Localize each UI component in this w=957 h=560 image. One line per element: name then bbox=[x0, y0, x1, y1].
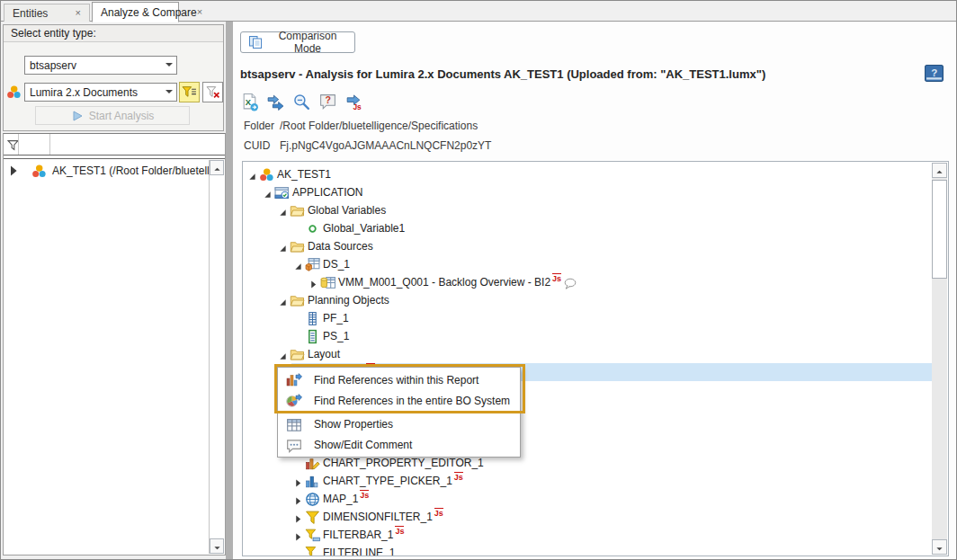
expander-spacer bbox=[291, 309, 305, 327]
folder-value: /Root Folder/bluetelligence/Specificatio… bbox=[280, 120, 478, 132]
comparison-mode-button[interactable]: Comparison Mode bbox=[240, 31, 355, 53]
analysis-panel: Comparison Mode btsapserv - Analysis for… bbox=[233, 22, 956, 559]
tab-entities[interactable]: Entities × bbox=[4, 4, 90, 22]
chevron-down-icon bbox=[165, 90, 173, 97]
tree-row-label: Global Variables bbox=[308, 204, 386, 217]
chart-picker-icon bbox=[305, 474, 320, 488]
close-icon[interactable]: × bbox=[76, 8, 81, 18]
expander-icon[interactable] bbox=[276, 345, 290, 363]
map-icon bbox=[305, 492, 320, 506]
tree-row[interactable]: DS_1 bbox=[243, 255, 932, 273]
tree-row-label: CHART_TYPE_PICKER_1 bbox=[323, 475, 452, 487]
folder-icon bbox=[290, 239, 305, 253]
tab-analyze-compare-label: Analyze & Compare bbox=[101, 6, 197, 19]
tree-row[interactable]: FILTERLINE_1 bbox=[243, 544, 932, 556]
tree-scrollbar[interactable] bbox=[932, 163, 947, 555]
entity-list-row-label: AK_TEST1 (/Root Folder/bluetelligenc bbox=[52, 164, 209, 177]
expander-spacer bbox=[291, 544, 305, 556]
scroll-down-button[interactable] bbox=[210, 538, 224, 554]
variable-icon bbox=[305, 221, 320, 236]
help-icon[interactable]: ? bbox=[925, 64, 944, 83]
analysis-toolbar: X?Js bbox=[240, 93, 363, 111]
chart-editor-icon bbox=[305, 456, 320, 470]
menu-item-find-references-bo-system[interactable]: Find References in the entire BO System bbox=[278, 390, 520, 411]
tree-row[interactable]: FILTERBAR_1Js bbox=[243, 526, 932, 544]
svg-text:?: ? bbox=[931, 67, 937, 78]
tree-row-label: Global_Variable1 bbox=[323, 222, 405, 235]
app-window: Entities × Analyze & Compare × Select en… bbox=[0, 0, 957, 560]
entity-list-scrollbar[interactable] bbox=[209, 160, 224, 554]
tree-row[interactable]: AK_TEST1 bbox=[243, 165, 932, 183]
expander-icon[interactable] bbox=[276, 291, 290, 309]
tree-row[interactable]: PF_1 bbox=[243, 309, 932, 327]
lumira-icon bbox=[6, 84, 22, 100]
comment-bubble-icon[interactable] bbox=[564, 278, 577, 289]
arrow-up-icon bbox=[213, 164, 221, 172]
tree-row[interactable]: MAP_1Js bbox=[243, 490, 932, 508]
menu-item-find-references-report[interactable]: Find References within this Report bbox=[278, 369, 520, 390]
tree-row[interactable]: APPLICATION bbox=[243, 183, 932, 201]
tree-row[interactable]: PS_1 bbox=[243, 327, 932, 345]
cuid-label: CUID bbox=[244, 139, 280, 152]
tree-row-label: AK_TEST1 bbox=[277, 168, 331, 181]
comment-help-icon[interactable]: ? bbox=[318, 93, 337, 111]
find-system-icon bbox=[286, 394, 302, 408]
close-icon[interactable]: × bbox=[197, 7, 202, 17]
expander-icon[interactable] bbox=[261, 183, 274, 201]
tree-row[interactable]: CHART_TYPE_PICKER_1Js bbox=[243, 472, 932, 490]
expander-spacer bbox=[291, 219, 305, 237]
expander-icon[interactable] bbox=[276, 237, 290, 255]
tree-row-label: MAP_1 bbox=[323, 493, 358, 505]
system-select-value: btsapserv bbox=[30, 59, 76, 72]
folder-icon bbox=[290, 203, 305, 218]
search-references-icon[interactable] bbox=[292, 93, 311, 111]
export-references-icon[interactable] bbox=[266, 93, 285, 111]
start-analysis-button[interactable]: Start Analysis bbox=[35, 106, 190, 125]
tree-row[interactable]: Planning Objects bbox=[243, 291, 932, 309]
panel-splitter[interactable] bbox=[226, 22, 233, 559]
tree-row[interactable]: VMM_M001_Q001 - Backlog Overview - BI2Js bbox=[243, 273, 932, 291]
expander-icon[interactable] bbox=[291, 508, 305, 526]
expander-icon[interactable] bbox=[291, 472, 305, 490]
tree-row[interactable]: Data Sources bbox=[243, 237, 932, 255]
menu-item-show-properties[interactable]: Show Properties bbox=[278, 413, 520, 434]
tree-row[interactable]: Layout bbox=[243, 345, 932, 363]
tab-analyze-compare[interactable]: Analyze & Compare × bbox=[92, 2, 179, 22]
comparison-mode-label: Comparison Mode bbox=[268, 30, 347, 55]
play-icon bbox=[71, 110, 84, 122]
lumira-icon bbox=[259, 167, 274, 182]
expander-icon[interactable] bbox=[276, 201, 290, 219]
tree-row-label: PS_1 bbox=[323, 330, 349, 342]
tree-row[interactable]: DIMENSIONFILTER_1Js bbox=[243, 508, 932, 526]
expander-icon[interactable] bbox=[291, 490, 305, 508]
comment-icon bbox=[286, 438, 302, 452]
expander-icon[interactable] bbox=[307, 273, 320, 291]
expander-icon[interactable] bbox=[291, 255, 305, 273]
chevron-down-icon bbox=[165, 63, 173, 70]
expander-icon[interactable] bbox=[246, 165, 259, 183]
expander-icon[interactable] bbox=[8, 165, 19, 176]
tab-entities-label: Entities bbox=[13, 7, 48, 20]
tab-bar: Entities × Analyze & Compare × bbox=[1, 1, 956, 22]
tree-row[interactable]: Global Variables bbox=[243, 201, 932, 219]
scroll-down-button[interactable] bbox=[932, 539, 947, 555]
scroll-thumb[interactable] bbox=[932, 180, 947, 279]
entity-list-header bbox=[4, 134, 225, 156]
menu-item-show-edit-comment[interactable]: Show/Edit Comment bbox=[278, 434, 520, 455]
svg-text:X: X bbox=[246, 97, 252, 107]
system-select[interactable]: btsapserv bbox=[24, 56, 177, 75]
export-excel-icon[interactable]: X bbox=[240, 93, 259, 111]
tree-row-label: DS_1 bbox=[323, 258, 350, 271]
entity-type-select[interactable]: Lumira 2.x Documents bbox=[24, 83, 177, 102]
expander-icon[interactable] bbox=[291, 526, 305, 544]
js-references-icon[interactable]: Js bbox=[344, 93, 363, 111]
scroll-up-button[interactable] bbox=[210, 160, 224, 175]
js-reference-badge: Js bbox=[395, 526, 404, 536]
filter-clear-button[interactable] bbox=[202, 82, 223, 102]
scroll-up-button[interactable] bbox=[932, 163, 947, 178]
filter-enabled-button[interactable] bbox=[179, 82, 200, 102]
menu-item-label: Find References within this Report bbox=[314, 374, 478, 387]
tree-row[interactable]: Global_Variable1 bbox=[243, 219, 932, 237]
js-reference-badge: Js bbox=[454, 472, 463, 482]
entity-list-row[interactable]: AK_TEST1 (/Root Folder/bluetelligenc bbox=[4, 161, 209, 180]
